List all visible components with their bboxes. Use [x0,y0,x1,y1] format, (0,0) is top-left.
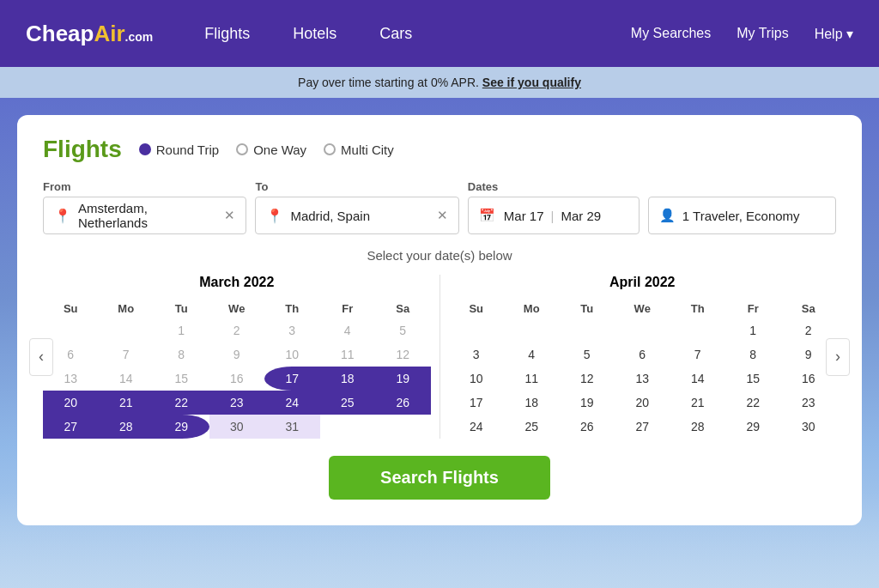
traveler-input[interactable]: 👤 1 Traveler, Economy [648,197,836,234]
list-item[interactable]: 19 [375,367,431,391]
list-item[interactable] [375,415,431,439]
trip-one-way[interactable]: One Way [236,142,306,157]
list-item[interactable]: 11 [320,342,376,367]
list-item[interactable]: 20 [43,391,99,415]
nav-my-trips[interactable]: My Trips [737,26,788,41]
nav-flights[interactable]: Flights [204,25,250,43]
list-item[interactable]: 10 [449,367,505,391]
col-tu: Tu [154,299,209,318]
logo[interactable]: CheapAir.com [26,21,153,47]
list-item[interactable] [615,318,670,342]
list-item[interactable]: 21 [670,391,726,415]
list-item[interactable] [560,318,615,342]
list-item[interactable]: 5 [560,342,615,367]
list-item[interactable] [504,318,560,342]
list-item[interactable]: 23 [209,391,265,415]
multi-city-radio[interactable] [324,143,336,155]
nav-cars[interactable]: Cars [379,25,412,43]
round-trip-radio[interactable] [139,143,151,155]
list-item[interactable]: 9 [209,342,265,367]
list-item[interactable]: 6 [615,342,670,367]
trip-round-trip[interactable]: Round Trip [139,142,219,157]
list-item[interactable]: 29 [725,415,781,439]
nav-right: My Searches My Trips Help ▾ [631,26,853,42]
to-clear-icon[interactable]: ✕ [437,208,448,223]
list-item[interactable]: 24 [264,391,320,415]
one-way-radio[interactable] [236,143,248,155]
list-item[interactable]: 12 [375,342,431,367]
nav-hotels[interactable]: Hotels [293,25,336,43]
list-item[interactable]: 24 [449,415,505,439]
list-item[interactable]: 14 [99,367,155,391]
list-item[interactable]: 28 [99,415,155,439]
list-item[interactable] [320,415,376,439]
list-item[interactable]: 19 [560,391,615,415]
to-input[interactable]: 📍 Madrid, Spain ✕ [255,197,458,234]
list-item[interactable]: 26 [560,415,615,439]
list-item[interactable]: 17 [264,367,320,391]
banner-link[interactable]: See if you qualify [482,76,581,89]
col-su: Su [449,299,505,318]
list-item[interactable]: 7 [670,342,726,367]
nav-my-searches[interactable]: My Searches [631,26,711,41]
list-item[interactable]: 18 [320,367,376,391]
date-separator: | [551,209,555,223]
list-item[interactable] [449,318,505,342]
list-item[interactable]: 4 [320,318,376,342]
calendar-icon: 📅 [479,208,495,223]
list-item[interactable]: 10 [264,342,320,367]
list-item[interactable]: 15 [154,367,209,391]
table-row: 2728293031 [43,415,431,439]
list-item[interactable]: 13 [615,367,670,391]
list-item[interactable] [99,318,155,342]
list-item[interactable]: 18 [504,391,560,415]
list-item[interactable]: 1 [725,318,781,342]
list-item[interactable]: 30 [781,415,837,439]
search-flights-button[interactable]: Search Flights [329,456,550,500]
list-item[interactable]: 3 [449,342,505,367]
list-item[interactable]: 27 [615,415,670,439]
dates-label: Dates [468,180,640,193]
calendar-next-button[interactable]: › [826,338,850,376]
list-item[interactable]: 17 [449,391,505,415]
list-item[interactable]: 11 [504,367,560,391]
list-item[interactable]: 2 [209,318,265,342]
from-input[interactable]: 📍 Amsterdam, Netherlands ✕ [43,197,246,234]
list-item[interactable]: 26 [375,391,431,415]
list-item[interactable]: 31 [264,415,320,439]
from-clear-icon[interactable]: ✕ [224,208,235,223]
nav-help[interactable]: Help ▾ [815,26,853,42]
list-item[interactable]: 8 [725,342,781,367]
list-item[interactable]: 3 [264,318,320,342]
trip-multi-city[interactable]: Multi City [324,142,394,157]
list-item[interactable]: 25 [504,415,560,439]
list-item[interactable]: 1 [154,318,209,342]
calendar-prev-button[interactable]: ‹ [29,338,53,376]
col-sa: Sa [375,299,431,318]
list-item[interactable]: 7 [99,342,155,367]
list-item[interactable] [670,318,726,342]
sky-background: Flights Round Trip One Way Multi City [0,98,879,588]
banner-text: Pay over time starting at 0% APR. [298,76,479,89]
flights-header: Flights Round Trip One Way Multi City [43,136,836,163]
list-item[interactable]: 8 [154,342,209,367]
list-item[interactable]: 22 [154,391,209,415]
list-item[interactable]: 12 [560,367,615,391]
list-item[interactable]: 14 [670,367,726,391]
list-item[interactable]: 5 [375,318,431,342]
list-item[interactable]: 27 [43,415,99,439]
list-item[interactable]: 23 [781,391,837,415]
list-item[interactable]: 30 [209,415,265,439]
list-item[interactable]: 15 [725,367,781,391]
list-item[interactable]: 21 [99,391,155,415]
list-item[interactable]: 4 [504,342,560,367]
list-item[interactable]: 28 [670,415,726,439]
list-item[interactable]: 29 [154,415,209,439]
list-item[interactable]: 22 [725,391,781,415]
list-item[interactable]: 20 [615,391,670,415]
traveler-field-group: 👤 1 Traveler, Economy [648,197,836,234]
list-item[interactable]: 16 [209,367,265,391]
list-item[interactable]: 25 [320,391,376,415]
dates-input[interactable]: 📅 Mar 17 | Mar 29 [468,197,640,234]
col-th: Th [264,299,320,318]
